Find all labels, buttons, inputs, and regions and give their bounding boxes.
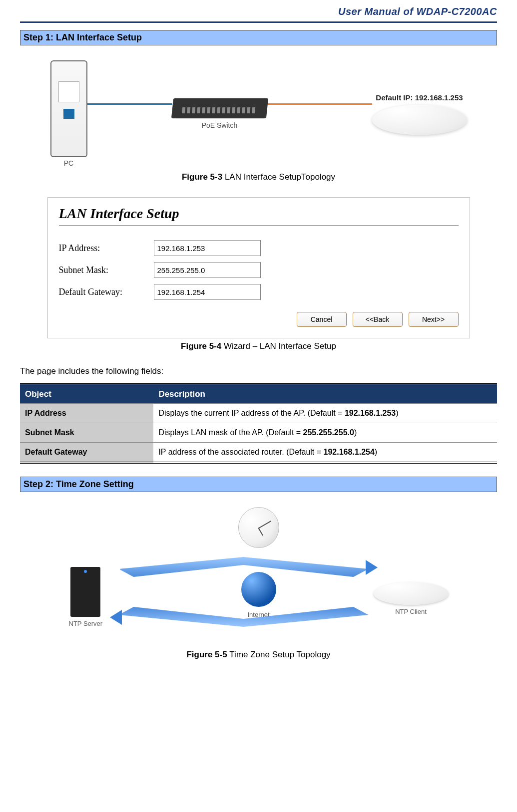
figure-5-3-number: Figure 5-3 [182,172,225,182]
table-cell-description: Displays the current IP address of the A… [153,404,497,423]
ntp-server-device: NTP Server [69,567,103,627]
table-row: Default Gateway IP address of the associ… [20,443,497,463]
table-row: IP Address Displays the current IP addre… [20,404,497,423]
figure-5-3-topology: PC PoE Switch Default IP: 192.168.1.253 [20,60,497,167]
figure-5-5-topology: Internet NTP Server NTP Client [59,507,459,647]
document-header: User Manual of WDAP-C7200AC [20,6,497,23]
figure-5-4-title: Wizard – LAN Interface Setup [224,341,336,351]
subnet-mask-input[interactable] [154,262,261,278]
figure-5-4-number: Figure 5-4 [181,341,224,351]
table-cell-description: Displays LAN mask of the AP. (Default = … [153,423,497,443]
subnet-mask-label: Subnet Mask: [59,265,154,275]
globe-icon [241,572,276,607]
next-button[interactable]: Next>> [409,312,459,327]
figure-5-5-caption: Figure 5-5 Time Zone Setup Topology [20,650,497,660]
figure-5-3-title: LAN Interface SetupTopology [225,172,335,182]
table-cell-object: IP Address [20,404,153,423]
table-row: Subnet Mask Displays LAN mask of the AP.… [20,423,497,443]
clock-icon [238,507,279,548]
pc-device: PC [50,60,87,167]
ntp-client-device: NTP Client [374,582,449,615]
ethernet-cable-orange [267,103,372,105]
ap-icon [374,582,449,605]
lan-interface-setup-panel: LAN Interface Setup IP Address: Subnet M… [47,197,470,338]
pc-label: PC [64,159,73,167]
ntp-server-label: NTP Server [69,620,103,627]
ap-device: Default IP: 192.168.1.253 [372,93,467,135]
ap-default-ip: Default IP: 192.168.1.253 [376,93,463,102]
figure-5-3-caption: Figure 5-3 LAN Interface SetupTopology [20,172,497,182]
cancel-button[interactable]: Cancel [297,312,347,327]
switch-label: PoE Switch [202,121,238,129]
ap-icon [372,105,467,135]
intro-text: The page includes the following fields: [20,366,497,376]
panel-title: LAN Interface Setup [59,206,459,222]
table-cell-description: IP address of the associated router. (De… [153,443,497,463]
step2-heading: Step 2: Time Zone Setting [20,477,497,492]
table-header-description: Description [153,384,497,404]
figure-5-4-caption: Figure 5-4 Wizard – LAN Interface Setup [20,341,497,351]
ip-address-label: IP Address: [59,243,154,254]
pc-icon [50,60,87,157]
arrow-bottom [119,607,369,627]
poe-switch-device: PoE Switch [172,98,267,129]
table-cell-object: Subnet Mask [20,423,153,443]
server-icon [70,567,100,617]
ip-address-input[interactable] [154,240,261,256]
step1-heading: Step 1: LAN Interface Setup [20,30,497,45]
back-button[interactable]: <<Back [353,312,403,327]
default-gateway-label: Default Gateway: [59,287,154,297]
fields-table: Object Description IP Address Displays t… [20,383,497,464]
figure-5-5-title: Time Zone Setup Topology [229,650,330,659]
figure-5-5-number: Figure 5-5 [186,650,229,659]
ntp-client-label: NTP Client [395,608,427,615]
table-header-object: Object [20,384,153,404]
table-cell-object: Default Gateway [20,443,153,463]
default-gateway-input[interactable] [154,284,261,300]
switch-icon [171,98,268,118]
ethernet-cable-blue [87,103,172,105]
arrow-top [119,557,369,577]
